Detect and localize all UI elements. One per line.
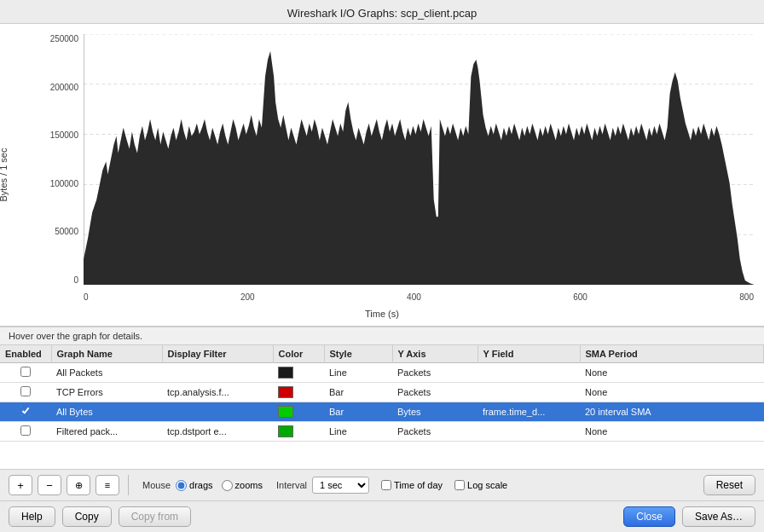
copy-button[interactable]: Copy (62, 506, 112, 527)
table-row[interactable]: All PacketsLinePacketsNone (0, 363, 764, 383)
graph-name-cell: All Packets (51, 363, 162, 383)
chart-area: Bytes / 1 sec 250000 200000 150000 10000… (0, 24, 764, 327)
sma-period-cell: None (580, 383, 764, 402)
log-scale-label[interactable]: Log scale (454, 480, 507, 490)
table-body: All PacketsLinePacketsNoneTCP Errorstcp.… (0, 363, 764, 442)
x-axis-label: Time (s) (0, 309, 764, 319)
color-swatch[interactable] (278, 425, 293, 437)
style-cell: Bar (324, 402, 392, 422)
status-bar: Hover over the graph for details. (0, 327, 764, 345)
drags-radio[interactable] (176, 480, 187, 491)
display-filter-cell (162, 402, 273, 422)
color-cell (273, 402, 324, 422)
enabled-checkbox[interactable] (20, 406, 31, 416)
color-cell (273, 363, 324, 383)
drags-radio-label[interactable]: drags (176, 480, 213, 491)
graph-name-cell: TCP Errors (51, 383, 162, 402)
interval-label: Interval (276, 480, 307, 490)
col-graph-name: Graph Name (51, 345, 162, 363)
status-text: Hover over the graph for details. (9, 331, 142, 341)
color-cell (273, 422, 324, 442)
col-display-filter: Display Filter (162, 345, 273, 363)
color-swatch[interactable] (278, 367, 293, 379)
mouse-mode-group: drags zooms (176, 480, 263, 491)
reset-button[interactable]: Reset (703, 475, 755, 495)
duplicate-graph-button[interactable]: ⊕ (67, 475, 90, 495)
remove-graph-button[interactable]: − (38, 475, 61, 495)
x-tick-labels: 0 200 400 600 800 (84, 292, 754, 302)
y-axis-cell: Packets (392, 422, 478, 442)
y-field-cell (478, 363, 580, 383)
y-tick-200k: 200000 (50, 83, 82, 92)
y-tick-150k: 150000 (50, 130, 82, 140)
time-of-day-checkbox[interactable] (381, 480, 391, 490)
enabled-checkbox[interactable] (20, 386, 31, 396)
window-title: Wireshark I/O Graphs: scp_client.pcap (287, 7, 478, 20)
col-color: Color (273, 345, 324, 363)
toolbar-separator-1 (128, 475, 129, 495)
time-of-day-text: Time of day (394, 480, 443, 490)
enabled-cell (0, 422, 51, 442)
col-y-axis: Y Axis (392, 345, 478, 363)
y-axis-cell: Packets (392, 363, 478, 383)
x-tick-800: 800 (739, 292, 754, 302)
col-style: Style (324, 345, 392, 363)
table-row[interactable]: TCP Errorstcp.analysis.f...BarPacketsNon… (0, 383, 764, 402)
y-tick-100k: 100000 (50, 179, 82, 188)
enabled-cell (0, 383, 51, 402)
help-button[interactable]: Help (9, 506, 55, 527)
info-icon: ≡ (105, 480, 110, 490)
mouse-label: Mouse (142, 480, 171, 490)
color-cell (273, 383, 324, 402)
style-cell: Line (324, 363, 392, 383)
y-tick-0: 0 (73, 275, 82, 285)
graph-name-cell: Filtered pack... (51, 422, 162, 442)
minus-icon: − (46, 479, 53, 492)
zooms-radio[interactable] (222, 480, 233, 491)
main-window: Wireshark I/O Graphs: scp_client.pcap By… (0, 0, 764, 532)
y-axis-cell: Bytes (392, 402, 478, 422)
display-filter-cell (162, 363, 273, 383)
bottom-toolbar: + − ⊕ ≡ Mouse drags zooms Interval 1 sec (0, 469, 764, 500)
plus-icon: + (17, 479, 24, 492)
sma-period-cell: 20 interval SMA (580, 402, 764, 422)
copy-from-button[interactable]: Copy from (119, 506, 191, 527)
y-field-cell (478, 422, 580, 442)
sma-period-cell: None (580, 363, 764, 383)
log-scale-text: Log scale (467, 480, 507, 490)
color-swatch[interactable] (278, 386, 293, 398)
col-sma-period: SMA Period (580, 345, 764, 363)
color-swatch[interactable] (278, 406, 293, 418)
add-graph-button[interactable]: + (9, 475, 32, 495)
graph-table: Enabled Graph Name Display Filter Color … (0, 345, 764, 469)
x-tick-0: 0 (84, 292, 89, 302)
interval-select[interactable]: 1 sec 100 ms 10 ms (312, 477, 369, 494)
log-scale-checkbox[interactable] (454, 480, 465, 490)
enabled-cell (0, 363, 51, 383)
enabled-checkbox[interactable] (20, 425, 31, 436)
enabled-checkbox[interactable] (20, 367, 31, 377)
save-as-button[interactable]: Save As… (682, 506, 755, 527)
x-tick-200: 200 (240, 292, 255, 302)
bottom-buttons: Help Copy Copy from Close Save As… (0, 500, 764, 532)
chart-svg (84, 34, 754, 285)
enabled-cell (0, 402, 51, 422)
col-y-field: Y Field (478, 345, 580, 363)
close-button[interactable]: Close (623, 506, 675, 527)
table-row[interactable]: All BytesBarBytesframe.time_d...20 inter… (0, 402, 764, 422)
y-field-cell (478, 383, 580, 402)
graph-name-cell: All Bytes (51, 402, 162, 422)
x-tick-600: 600 (573, 292, 587, 302)
y-field-cell: frame.time_d... (478, 402, 580, 422)
y-axis-label: Bytes / 1 sec (0, 148, 9, 202)
info-button[interactable]: ≡ (96, 475, 119, 495)
y-tick-labels: 250000 200000 150000 100000 50000 0 (44, 34, 82, 285)
graphs-list: Enabled Graph Name Display Filter Color … (0, 345, 764, 442)
zooms-label: zooms (235, 480, 263, 490)
time-of-day-label[interactable]: Time of day (381, 480, 443, 490)
display-filter-cell: tcp.analysis.f... (162, 383, 273, 402)
zooms-radio-label[interactable]: zooms (222, 480, 263, 491)
sma-period-cell: None (580, 422, 764, 442)
table-row[interactable]: Filtered pack...tcp.dstport e...LinePack… (0, 422, 764, 442)
y-tick-250k: 250000 (50, 34, 82, 43)
